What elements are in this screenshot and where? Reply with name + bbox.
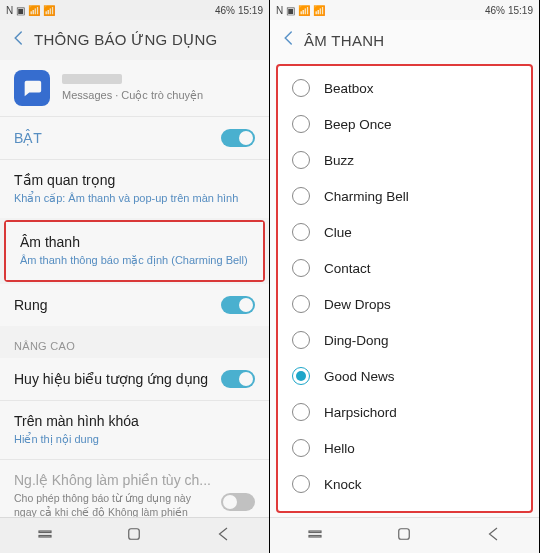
- sound-option[interactable]: Dew Drops: [278, 286, 531, 322]
- highlight-sound-row: Âm thanh Âm thanh thông báo mặc định (Ch…: [4, 220, 265, 282]
- nav-back[interactable]: [215, 525, 233, 547]
- sound-option[interactable]: Beep Once: [278, 106, 531, 142]
- master-toggle-label: BẬT: [14, 130, 42, 146]
- app-name-blurred: [62, 74, 122, 84]
- radio-icon: [292, 439, 310, 457]
- sound-option[interactable]: Contact: [278, 250, 531, 286]
- statusbar-left-icons: N ▣ 📶 📶: [276, 5, 325, 16]
- radio-icon: [292, 259, 310, 277]
- back-button[interactable]: [278, 25, 304, 56]
- svg-rect-1: [39, 535, 51, 537]
- badge-toggle[interactable]: [221, 370, 255, 388]
- statusbar-left-icons: N ▣ 📶 📶: [6, 5, 55, 16]
- header: THÔNG BÁO ỨNG DỤNG: [0, 20, 269, 60]
- sound-list-content: BeatboxBeep OnceBuzzCharming BellClueCon…: [270, 60, 539, 517]
- dnd-row: Ng.lệ Không làm phiền tùy ch... Cho phép…: [0, 460, 269, 517]
- sound-option[interactable]: Charming Bell: [278, 178, 531, 214]
- sound-option[interactable]: Hello: [278, 430, 531, 466]
- sound-option-label: Beep Once: [324, 117, 392, 132]
- sound-option[interactable]: Knock: [278, 466, 531, 502]
- sound-option-label: Buzz: [324, 153, 354, 168]
- sound-title: Âm thanh: [20, 234, 249, 250]
- radio-icon: [292, 403, 310, 421]
- nav-home[interactable]: [395, 525, 413, 547]
- sound-row[interactable]: Âm thanh Âm thanh thông báo mặc định (Ch…: [6, 222, 263, 280]
- sound-option[interactable]: Good News: [278, 358, 531, 394]
- statusbar-time: 15:19: [238, 5, 263, 16]
- importance-title: Tầm quan trọng: [14, 172, 255, 188]
- sound-option-label: Ding-Dong: [324, 333, 389, 348]
- sound-option[interactable]: Beatbox: [278, 70, 531, 106]
- sound-option-label: Knock: [324, 477, 362, 492]
- sound-subtitle: Âm thanh thông báo mặc định (Charming Be…: [20, 253, 249, 268]
- sound-option-label: Beatbox: [324, 81, 374, 96]
- radio-icon: [292, 187, 310, 205]
- navbar: [270, 517, 539, 553]
- sound-option-label: Charming Bell: [324, 189, 409, 204]
- sound-option[interactable]: Buzz: [278, 142, 531, 178]
- sound-option[interactable]: Ding-Dong: [278, 322, 531, 358]
- navbar: [0, 517, 269, 553]
- advanced-section-label: NÂNG CAO: [0, 326, 269, 358]
- page-title: ÂM THANH: [304, 32, 384, 49]
- statusbar: N ▣ 📶 📶 46% 15:19: [0, 0, 269, 20]
- nav-home[interactable]: [125, 525, 143, 547]
- sound-option-label: Contact: [324, 261, 371, 276]
- svg-rect-3: [309, 531, 321, 533]
- vibrate-row[interactable]: Rung: [0, 284, 269, 326]
- sound-option-label: Clue: [324, 225, 352, 240]
- importance-subtitle: Khẩn cấp: Âm thanh và pop-up trên màn hì…: [14, 191, 255, 206]
- radio-icon: [292, 115, 310, 133]
- dnd-subtitle: Cho phép thông báo từ ứng dụng này ngay …: [14, 491, 213, 517]
- master-toggle-row[interactable]: BẬT: [0, 117, 269, 159]
- page-title: THÔNG BÁO ỨNG DỤNG: [34, 31, 218, 49]
- badge-title: Huy hiệu biểu tượng ứng dụng: [14, 371, 208, 387]
- radio-icon: [292, 223, 310, 241]
- lockscreen-row[interactable]: Trên màn hình khóa Hiển thị nội dung: [0, 401, 269, 459]
- sound-option[interactable]: Harpsichord: [278, 394, 531, 430]
- svg-rect-2: [129, 528, 140, 539]
- radio-icon: [292, 367, 310, 385]
- sound-option[interactable]: Clue: [278, 214, 531, 250]
- importance-row[interactable]: Tầm quan trọng Khẩn cấp: Âm thanh và pop…: [0, 160, 269, 218]
- lockscreen-subtitle: Hiển thị nội dung: [14, 432, 255, 447]
- sound-option-label: Good News: [324, 369, 395, 384]
- settings-content: Messages · Cuộc trò chuyện BẬT Tầm quan …: [0, 60, 269, 517]
- svg-rect-0: [39, 531, 51, 533]
- lockscreen-title: Trên màn hình khóa: [14, 413, 255, 429]
- sound-option-label: Dew Drops: [324, 297, 391, 312]
- radio-icon: [292, 79, 310, 97]
- statusbar-battery: 46%: [215, 5, 235, 16]
- screen-notification-settings: N ▣ 📶 📶 46% 15:19 THÔNG BÁO ỨNG DỤNG Mes…: [0, 0, 269, 553]
- svg-rect-4: [309, 535, 321, 537]
- radio-icon: [292, 475, 310, 493]
- statusbar-battery: 46%: [485, 5, 505, 16]
- messages-app-icon: [14, 70, 50, 106]
- statusbar-time: 15:19: [508, 5, 533, 16]
- header: ÂM THANH: [270, 20, 539, 60]
- app-subtitle: Messages · Cuộc trò chuyện: [62, 89, 255, 102]
- radio-icon: [292, 151, 310, 169]
- back-button[interactable]: [8, 25, 34, 56]
- dnd-toggle: [221, 493, 255, 511]
- radio-icon: [292, 295, 310, 313]
- badge-row[interactable]: Huy hiệu biểu tượng ứng dụng: [0, 358, 269, 400]
- nav-recents[interactable]: [36, 525, 54, 547]
- nav-back[interactable]: [485, 525, 503, 547]
- sound-option-label: Harpsichord: [324, 405, 397, 420]
- statusbar: N ▣ 📶 📶 46% 15:19: [270, 0, 539, 20]
- radio-icon: [292, 331, 310, 349]
- svg-rect-5: [399, 528, 410, 539]
- master-toggle[interactable]: [221, 129, 255, 147]
- app-row[interactable]: Messages · Cuộc trò chuyện: [0, 60, 269, 116]
- screen-sound-picker: N ▣ 📶 📶 46% 15:19 ÂM THANH BeatboxBeep O…: [270, 0, 539, 553]
- highlight-sound-list: BeatboxBeep OnceBuzzCharming BellClueCon…: [276, 64, 533, 513]
- sound-option-label: Hello: [324, 441, 355, 456]
- vibrate-title: Rung: [14, 297, 47, 313]
- dnd-title: Ng.lệ Không làm phiền tùy ch...: [14, 472, 213, 488]
- vibrate-toggle[interactable]: [221, 296, 255, 314]
- nav-recents[interactable]: [306, 525, 324, 547]
